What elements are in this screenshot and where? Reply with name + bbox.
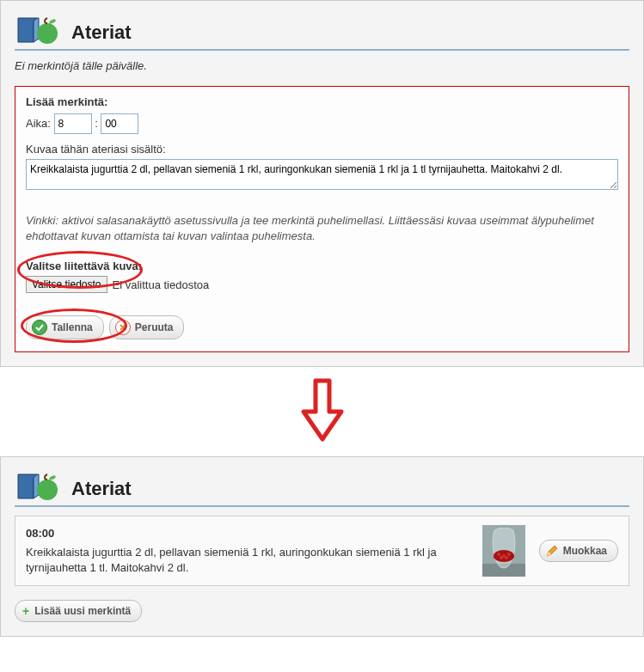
- meals-icon: [15, 467, 58, 502]
- time-row: Aika: :: [26, 113, 618, 134]
- button-row: Tallenna Peruuta: [26, 315, 618, 339]
- panel-header: Ateriat: [15, 467, 629, 507]
- save-button-label: Tallenna: [52, 321, 93, 333]
- hour-input[interactable]: [54, 113, 92, 134]
- svg-point-11: [505, 556, 508, 559]
- minute-input[interactable]: [101, 113, 138, 134]
- meals-icon: [15, 11, 58, 46]
- page-title: Ateriat: [71, 21, 132, 44]
- svg-point-7: [497, 553, 500, 556]
- description-textarea[interactable]: Kreikkalaista jugurttia 2 dl, pellavan s…: [26, 159, 618, 190]
- svg-point-2: [37, 480, 58, 500]
- arrow-down: [0, 377, 644, 446]
- entry-description: Kreikkalaista jugurttia 2 dl, pellavan s…: [26, 545, 469, 576]
- meals-panel-result: Ateriat 08:00 Kreikkalaista jugurttia 2 …: [0, 456, 644, 637]
- edit-button[interactable]: Muokkaa: [539, 540, 618, 562]
- entry-thumbnail: [482, 525, 525, 577]
- panel-header: Ateriat: [15, 11, 629, 51]
- meals-panel-form: Ateriat Ei merkintöjä tälle päivälle. Li…: [0, 0, 644, 367]
- meal-entry: 08:00 Kreikkalaista jugurttia 2 dl, pell…: [15, 516, 629, 586]
- add-new-entry-button[interactable]: + Lisää uusi merkintä: [15, 600, 142, 622]
- hint-text: Vinkki: aktivoi salasanakäyttö asetussiv…: [26, 213, 618, 244]
- page-title: Ateriat: [71, 478, 132, 500]
- svg-point-0: [37, 23, 58, 44]
- entry-time: 08:00: [26, 526, 469, 541]
- pencil-icon: [545, 544, 559, 558]
- cancel-button[interactable]: Peruuta: [109, 315, 185, 339]
- description-label: Kuvaa tähän ateriasi sisältö:: [26, 143, 618, 156]
- svg-point-10: [500, 556, 503, 559]
- no-entries-text: Ei merkintöjä tälle päivälle.: [15, 59, 629, 72]
- file-status-text: Ei valittua tiedostoa: [113, 278, 210, 291]
- check-icon: [32, 320, 47, 335]
- time-separator: :: [95, 117, 98, 130]
- add-entry-form: Lisää merkintä: Aika: : Kuvaa tähän ater…: [15, 86, 629, 352]
- file-row: Valitse tiedosto Ei valittua tiedostoa: [26, 276, 618, 293]
- close-icon: [115, 320, 131, 335]
- save-button[interactable]: Tallenna: [26, 315, 104, 339]
- entry-text-block: 08:00 Kreikkalaista jugurttia 2 dl, pell…: [26, 526, 469, 577]
- form-heading: Lisää merkintä:: [26, 95, 618, 108]
- file-heading: Valitse liitettävä kuva:: [26, 260, 618, 272]
- add-new-label: Lisää uusi merkintä: [34, 605, 131, 617]
- choose-file-button[interactable]: Valitse tiedosto: [26, 276, 107, 293]
- svg-point-9: [507, 553, 511, 556]
- cancel-button-label: Peruuta: [135, 321, 174, 333]
- plus-icon: +: [22, 604, 29, 618]
- time-label: Aika:: [26, 117, 51, 130]
- edit-button-label: Muokkaa: [563, 545, 607, 557]
